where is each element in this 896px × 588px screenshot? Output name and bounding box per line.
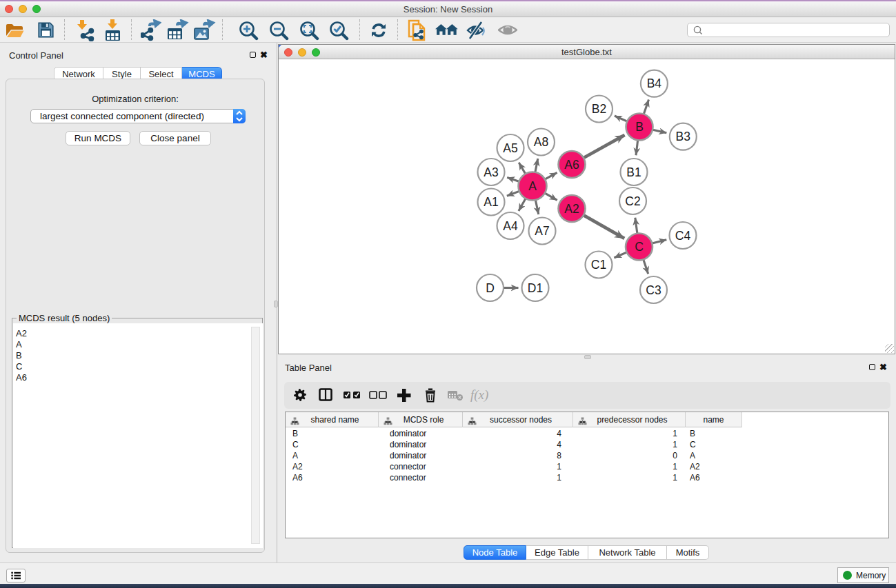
svg-text:C3: C3 (646, 283, 661, 297)
svg-text:C: C (635, 240, 644, 254)
svg-text:A3: A3 (484, 165, 498, 179)
svg-text:C4: C4 (675, 229, 691, 243)
svg-text:A2: A2 (564, 202, 579, 216)
svg-text:B3: B3 (676, 130, 690, 143)
svg-text:D: D (486, 281, 495, 295)
svg-text:A6: A6 (564, 158, 579, 172)
svg-text:A1: A1 (484, 195, 498, 209)
svg-text:A7: A7 (535, 224, 549, 238)
svg-text:D1: D1 (528, 281, 543, 295)
svg-text:A: A (528, 179, 537, 193)
svg-text:A5: A5 (503, 141, 517, 155)
svg-text:C1: C1 (591, 258, 606, 272)
svg-text:A4: A4 (503, 219, 518, 233)
svg-text:B2: B2 (592, 102, 606, 116)
svg-text:B1: B1 (626, 165, 641, 179)
svg-text:A8: A8 (534, 135, 548, 149)
svg-text:B4: B4 (647, 77, 662, 90)
svg-text:B: B (635, 120, 644, 134)
svg-text:C2: C2 (625, 194, 640, 208)
